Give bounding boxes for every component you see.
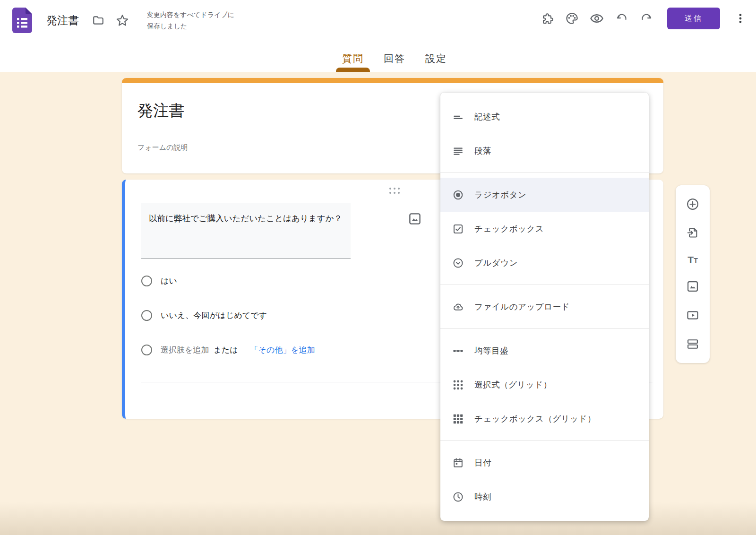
menu-item-label: 段落 xyxy=(474,145,491,156)
upload-icon xyxy=(452,301,464,313)
linear-scale-icon xyxy=(452,345,464,357)
move-to-folder-icon[interactable] xyxy=(92,14,104,26)
date-icon xyxy=(452,457,464,469)
tab-questions[interactable]: 質問 xyxy=(341,50,365,72)
insert-toolbar: TT xyxy=(676,185,710,363)
drag-handle[interactable] xyxy=(389,188,400,194)
radio-circle-icon xyxy=(141,345,152,355)
header-actions: 送信 xyxy=(541,7,747,30)
radio-icon xyxy=(452,189,464,201)
brand-area: 発注書 変更内容をすべてドライブに 保存しました xyxy=(12,8,234,33)
menu-item-multiple-choice-grid[interactable]: 選択式（グリッド） xyxy=(440,368,649,402)
forms-logo-icon[interactable] xyxy=(12,8,32,33)
customize-theme-icon[interactable] xyxy=(565,12,578,25)
menu-divider xyxy=(440,440,649,441)
menu-item-label: 日付 xyxy=(474,457,491,468)
add-video-icon[interactable] xyxy=(686,309,699,322)
menu-item-label: 均等目盛 xyxy=(474,345,508,356)
question-title-field[interactable]: 以前に弊社でご購入いただいたことはありますか？ xyxy=(141,203,351,259)
option-list: はい いいえ、今回がはじめてです 選択肢を追加 または 「その他」を追加 xyxy=(141,264,472,367)
menu-item-label: ラジオボタン xyxy=(474,189,526,200)
dropdown-icon xyxy=(452,257,464,269)
menu-item-linear-scale[interactable]: 均等目盛 xyxy=(440,334,649,368)
add-other-link[interactable]: 「その他」を追加 xyxy=(250,345,315,355)
paragraph-icon xyxy=(452,145,464,157)
menu-item-multiple-choice[interactable]: ラジオボタン xyxy=(440,178,649,212)
star-icon[interactable] xyxy=(116,14,129,27)
short-text-icon xyxy=(452,111,464,123)
tab-settings[interactable]: 設定 xyxy=(424,50,448,72)
app-header: 発注書 変更内容をすべてドライブに 保存しました xyxy=(0,0,756,72)
menu-item-dropdown[interactable]: プルダウン xyxy=(440,246,649,280)
checkbox-icon xyxy=(452,223,464,235)
add-image-to-question-icon[interactable] xyxy=(408,212,422,226)
menu-item-label: 選択式（グリッド） xyxy=(474,379,552,390)
document-title[interactable]: 発注書 xyxy=(46,13,79,28)
add-title-text-icon[interactable]: TT xyxy=(687,255,697,265)
mc-grid-icon xyxy=(452,379,464,391)
option-label[interactable]: はい xyxy=(161,276,177,286)
more-options-icon[interactable] xyxy=(734,12,747,25)
menu-item-label: ファイルのアップロード xyxy=(474,301,570,312)
menu-item-label: 記述式 xyxy=(474,111,500,122)
radio-circle-icon xyxy=(141,310,152,321)
menu-item-date[interactable]: 日付 xyxy=(440,446,649,480)
add-option-button[interactable]: 選択肢を追加 xyxy=(161,345,209,355)
cb-grid-icon xyxy=(452,413,464,425)
preview-icon[interactable] xyxy=(590,11,604,26)
menu-item-checkboxes[interactable]: チェックボックス xyxy=(440,212,649,246)
undo-icon[interactable] xyxy=(615,12,628,25)
time-icon xyxy=(452,491,464,503)
tab-responses[interactable]: 回答 xyxy=(383,50,406,72)
save-status: 変更内容をすべてドライブに 保存しました xyxy=(147,9,234,32)
add-option-row: 選択肢を追加 または 「その他」を追加 xyxy=(141,333,472,367)
menu-item-paragraph[interactable]: 段落 xyxy=(440,134,649,168)
question-type-menu: 記述式 段落 ラジオボタン チェックボ xyxy=(440,93,649,521)
menu-divider xyxy=(440,173,649,173)
menu-divider xyxy=(440,328,649,329)
menu-item-label: 時刻 xyxy=(474,491,491,502)
add-question-icon[interactable] xyxy=(686,198,699,211)
menu-item-checkbox-grid[interactable]: チェックボックス（グリッド） xyxy=(440,402,649,436)
menu-divider xyxy=(440,285,649,285)
menu-item-label: チェックボックス（グリッド） xyxy=(474,413,596,424)
redo-icon[interactable] xyxy=(640,12,653,25)
menu-item-file-upload[interactable]: ファイルのアップロード xyxy=(440,290,649,324)
option-row: いいえ、今回がはじめてです xyxy=(141,298,472,333)
option-row: はい xyxy=(141,264,472,298)
menu-item-short-answer[interactable]: 記述式 xyxy=(440,100,649,134)
theme-accent-bar xyxy=(122,78,663,83)
send-button[interactable]: 送信 xyxy=(667,8,720,29)
add-section-icon[interactable] xyxy=(686,337,699,351)
add-ons-icon[interactable] xyxy=(541,12,554,25)
radio-circle-icon xyxy=(141,276,152,286)
main-tabs: 質問 回答 設定 xyxy=(341,50,448,72)
import-questions-icon[interactable] xyxy=(687,226,699,239)
menu-item-label: プルダウン xyxy=(474,257,518,268)
menu-item-label: チェックボックス xyxy=(474,223,544,234)
or-text: または xyxy=(213,345,238,355)
menu-item-time[interactable]: 時刻 xyxy=(440,480,649,514)
add-image-icon[interactable] xyxy=(686,280,699,293)
option-label[interactable]: いいえ、今回がはじめてです xyxy=(161,310,267,321)
